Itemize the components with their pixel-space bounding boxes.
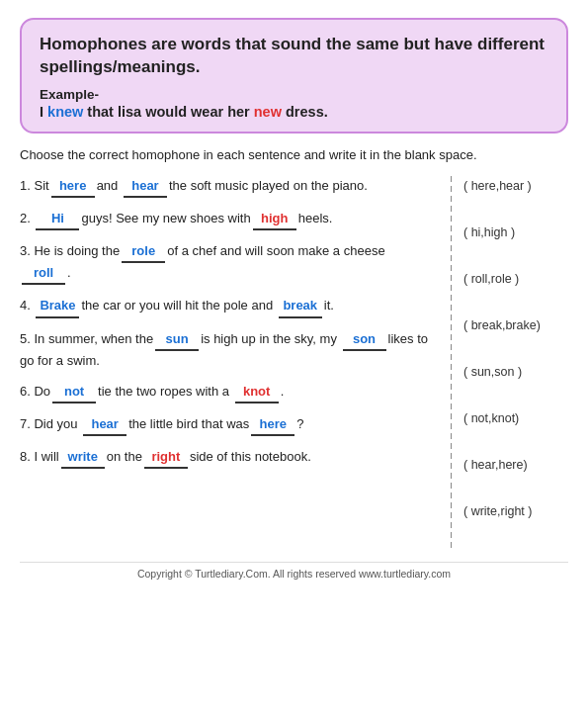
q-text: tie the two ropes with a (98, 384, 233, 399)
blank-answer: knot (235, 382, 279, 403)
example-label: Example- (40, 87, 548, 102)
example-end: dress. (282, 104, 328, 120)
q-text: In summer, when the (34, 331, 153, 346)
q-num: 6. (20, 384, 34, 399)
question-item: 1. Sithereand hearthe soft music played … (20, 176, 435, 198)
blank-answer: high (253, 209, 296, 230)
q-text: the car or you will hit the pole and (81, 298, 276, 313)
q-num: 7. (20, 416, 34, 431)
content-area: 1. Sithereand hearthe soft music played … (20, 176, 568, 548)
blank-answer: not (52, 382, 96, 403)
example-sentence: I knew that lisa would wear her new dres… (40, 104, 548, 120)
question-item: 7. Did you hearthe little bird that wash… (20, 414, 435, 436)
q-text: Did you (34, 416, 81, 431)
divider (451, 176, 452, 548)
example-mid: that lisa would wear her (83, 104, 253, 120)
question-item: 8. I willwriteon therightside of this no… (20, 447, 435, 469)
header-box: Homophones are words that sound the same… (20, 18, 568, 134)
q-text: I will (34, 449, 58, 464)
q-num: 1. (20, 178, 34, 193)
q-text: Do (34, 384, 50, 399)
blank-answer: Hi (36, 209, 79, 230)
blank-answer: roll (22, 263, 65, 285)
answer-choice: ( hi,high ) (463, 223, 568, 239)
q-num: 3. (20, 243, 34, 258)
blank-answer: hear (83, 414, 126, 436)
example-word2: new (254, 104, 282, 120)
blank-answer: here (51, 176, 95, 198)
q-text: the soft music played on the piano. (169, 178, 368, 193)
answer-choice: ( break,brake) (463, 315, 568, 332)
blank-answer: here (251, 414, 294, 436)
q-text: heels. (298, 211, 333, 225)
q-num: 2. (20, 211, 34, 225)
q-num: 4. (20, 298, 34, 313)
blank-answer: hear (124, 176, 167, 198)
example-pre: I (40, 104, 47, 120)
answer-choice: ( write,right ) (463, 501, 568, 518)
q-text: the little bird that was (128, 416, 249, 431)
answer-choice: ( here,hear ) (463, 176, 568, 193)
q-num: 5. (20, 331, 34, 346)
blank-answer: Brake (36, 296, 79, 317)
questions-column: 1. Sithereand hearthe soft music played … (20, 176, 443, 548)
q-text: on the (107, 449, 142, 464)
answer-choice: ( roll,role ) (463, 269, 568, 286)
q-text: of a chef and will soon make a cheese (167, 243, 384, 258)
blank-answer: role (122, 241, 165, 263)
instruction: Choose the correct homophone in each sen… (20, 147, 568, 162)
q-text: He is doing the (34, 243, 120, 258)
q-text: . (281, 384, 285, 399)
q-text: it. (324, 298, 334, 313)
blank-answer: right (144, 447, 188, 469)
q-text: Sit (34, 178, 48, 193)
blank-answer: break (279, 296, 322, 317)
q-text: side of this notebook. (190, 449, 311, 464)
q-text: and (97, 178, 122, 193)
example-word1: knew (47, 104, 83, 120)
answers-column: ( here,hear )( hi,high )( roll,role )( b… (460, 176, 568, 548)
question-item: 5. In summer, when thesunis high up in t… (20, 329, 435, 371)
footer: Copyright © Turtlediary.Com. All rights … (20, 562, 568, 580)
question-item: 3. He is doing theroleof a chef and will… (20, 241, 435, 285)
answer-choice: ( sun,son ) (463, 362, 568, 379)
q-text: guys! See my new shoes with (81, 211, 250, 225)
blank-answer: write (61, 447, 105, 469)
q-text: . (67, 265, 71, 280)
question-item: 2. Higuys! See my new shoes withhighheel… (20, 209, 435, 230)
question-item: 6. Donottie the two ropes with a knot. (20, 382, 435, 403)
answer-choice: ( hear,here) (463, 455, 568, 472)
q-text: ? (296, 416, 303, 431)
blank-answer: sun (155, 329, 199, 351)
question-item: 4. Brakethe car or you will hit the pole… (20, 296, 435, 317)
blank-answer: son (343, 329, 386, 351)
q-num: 8. (20, 449, 34, 464)
answer-choice: ( not,knot) (463, 408, 568, 425)
header-title: Homophones are words that sound the same… (40, 34, 548, 79)
q-text: is high up in the sky, my (201, 331, 340, 346)
